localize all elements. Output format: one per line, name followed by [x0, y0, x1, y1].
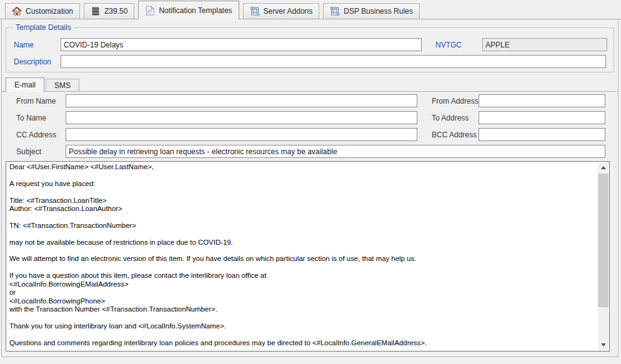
tab-notification-templates[interactable]: Notification Templates [138, 1, 239, 19]
email-body-text[interactable]: Dear <#User.FirstName> <#User.LastName>,… [7, 162, 598, 350]
cc-address-input[interactable] [66, 128, 417, 141]
tab-label: Customization [26, 7, 73, 16]
name-label: Name [14, 41, 61, 49]
scroll-icon [250, 6, 260, 16]
scroll-up-button[interactable] [598, 162, 609, 173]
nvtgc-label: NVTGC [435, 41, 482, 49]
cc-address-label: CC Address [16, 130, 66, 139]
tab-label: Notification Templates [159, 6, 232, 15]
cc-bcc-row: CC Address BCC Address [16, 128, 618, 141]
email-sms-tabstrip: E-mail SMS [2, 77, 618, 92]
subject-input[interactable] [66, 145, 605, 158]
tab-sms[interactable]: SMS [46, 79, 79, 91]
email-form: From Name From Address To Name To Addres… [2, 94, 618, 162]
document-icon [145, 6, 155, 16]
from-name-label: From Name [16, 97, 66, 106]
main-tabstrip: Customization Z39.50 [0, 0, 621, 19]
tab-z3950[interactable]: Z39.50 [84, 3, 134, 19]
tab-email[interactable]: E-mail [6, 77, 44, 92]
database-icon [91, 6, 101, 16]
tab-label: Z39.50 [104, 7, 127, 16]
from-address-input[interactable] [479, 94, 605, 107]
template-details-group: Template Details Name NVTGC Description [6, 27, 614, 72]
from-row: From Name From Address [16, 94, 618, 107]
subtab-label: SMS [54, 81, 71, 90]
tab-customization[interactable]: Customization [5, 3, 80, 19]
bcc-address-input[interactable] [479, 128, 605, 141]
description-row: Description [14, 55, 606, 68]
customization-manager-window: Customization Z39.50 [0, 0, 621, 364]
description-input[interactable] [61, 55, 606, 68]
from-name-input[interactable] [66, 94, 417, 107]
email-body-editor: Dear <#User.FirstName> <#User.LastName>,… [6, 161, 610, 352]
bcc-address-label: BCC Address [432, 130, 479, 139]
tab-dsp-business-rules[interactable]: DSP Business Rules [323, 3, 420, 19]
tab-label: Server Addons [264, 7, 313, 16]
tab-label: DSP Business Rules [344, 7, 413, 16]
name-input[interactable] [61, 38, 422, 51]
group-title: Template Details [13, 23, 74, 32]
house-icon [12, 6, 22, 16]
description-label: Description [14, 57, 61, 66]
to-name-input[interactable] [66, 111, 417, 124]
subtabstrip-divider [2, 91, 618, 92]
arrow-down-icon [601, 343, 606, 347]
to-name-label: To Name [16, 114, 66, 122]
tab-server-addons[interactable]: Server Addons [243, 3, 320, 19]
subtab-label: E-mail [14, 81, 36, 89]
from-address-label: From Address [432, 97, 479, 106]
scroll-icon [330, 6, 340, 16]
name-row: Name NVTGC [14, 38, 606, 51]
to-address-label: To Address [432, 114, 479, 122]
arrow-up-icon [601, 166, 606, 169]
scrollbar-thumb[interactable] [598, 174, 609, 307]
notification-templates-page: Template Details Name NVTGC Description … [1, 19, 619, 357]
subject-label: Subject [16, 147, 66, 156]
vertical-scrollbar[interactable] [598, 162, 609, 350]
to-row: To Name To Address [16, 111, 618, 124]
scroll-down-button[interactable] [598, 340, 609, 350]
to-address-input[interactable] [479, 111, 605, 124]
nvtgc-field [482, 38, 607, 51]
subject-row: Subject [16, 145, 618, 158]
